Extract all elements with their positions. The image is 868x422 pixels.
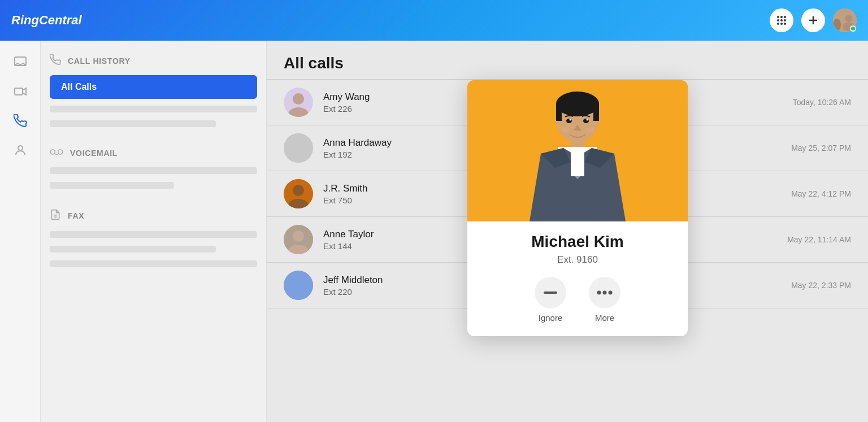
- profile-actions: Ignore More: [481, 277, 674, 323]
- voicemail-section: VOICEMAIL: [50, 145, 257, 160]
- fax-section: FAX: [50, 207, 257, 224]
- voicemail-label: VOICEMAIL: [70, 149, 118, 158]
- svg-rect-35: [556, 104, 562, 121]
- avatar-amy: [284, 88, 313, 117]
- svg-point-24: [284, 133, 313, 163]
- svg-point-34: [556, 92, 599, 116]
- call-history-section: CALL HISTORY: [50, 52, 257, 69]
- call-time-amy: Today, 10:26 AM: [793, 98, 851, 107]
- ignore-button[interactable]: Ignore: [535, 277, 566, 323]
- profile-ext: Ext. 9160: [481, 254, 674, 266]
- user-avatar-button[interactable]: [833, 8, 857, 32]
- ignore-icon: [535, 277, 566, 308]
- svg-point-15: [18, 146, 23, 150]
- more-icon: [589, 277, 620, 308]
- svg-point-16: [50, 150, 55, 154]
- header-actions: [770, 8, 857, 32]
- left-panel: CALL HISTORY All Calls VOICEMAIL: [41, 41, 267, 422]
- svg-point-6: [777, 23, 779, 25]
- svg-rect-36: [593, 104, 599, 121]
- avatar-anna: [284, 133, 313, 163]
- fax-label: FAX: [68, 211, 84, 220]
- call-time-anne: May 22, 11:14 AM: [787, 235, 851, 244]
- app-logo: RingCentral: [11, 13, 82, 28]
- profile-card: Michael Kim Ext. 9160 Ignore: [467, 80, 688, 336]
- svg-point-40: [566, 119, 572, 123]
- svg-point-45: [585, 127, 594, 133]
- sidebar-item-chat[interactable]: [8, 50, 33, 75]
- sidebar-item-contacts[interactable]: [8, 138, 33, 163]
- svg-point-43: [587, 119, 588, 121]
- more-button[interactable]: More: [589, 277, 620, 323]
- app-header: RingCentral: [0, 0, 868, 41]
- placeholder-bar-4: [50, 182, 174, 189]
- svg-point-49: [609, 291, 613, 295]
- svg-point-4: [780, 19, 783, 21]
- placeholder-bar-2: [50, 120, 216, 127]
- svg-point-42: [570, 119, 571, 121]
- svg-point-0: [777, 16, 779, 18]
- svg-point-26: [293, 185, 304, 196]
- fax-icon: [50, 209, 61, 222]
- svg-point-47: [597, 291, 601, 295]
- call-time-jeff: May 22, 2:33 PM: [791, 281, 851, 290]
- placeholder-bar-3: [50, 167, 257, 174]
- profile-name: Michael Kim: [481, 233, 674, 251]
- svg-point-3: [777, 19, 779, 21]
- svg-rect-39: [571, 148, 584, 176]
- voicemail-icon: [50, 147, 63, 158]
- svg-point-31: [284, 271, 313, 300]
- page-title: All calls: [267, 41, 868, 80]
- profile-info: Michael Kim Ext. 9160 Ignore: [467, 221, 688, 336]
- ignore-label: Ignore: [539, 313, 563, 323]
- svg-point-1: [780, 16, 783, 18]
- profile-photo: [467, 80, 688, 221]
- svg-rect-46: [544, 292, 557, 294]
- svg-point-41: [583, 119, 589, 123]
- call-time-anna: May 25, 2:07 PM: [791, 143, 851, 153]
- phone-icon: [50, 54, 61, 67]
- svg-point-22: [293, 93, 304, 105]
- avatar-anne: [284, 225, 313, 254]
- svg-point-48: [603, 291, 607, 295]
- placeholder-bar-1: [50, 106, 257, 112]
- sidebar-item-phone[interactable]: [8, 108, 33, 133]
- svg-point-2: [784, 16, 786, 18]
- svg-point-5: [784, 19, 786, 21]
- avatar-jr: [284, 179, 313, 208]
- svg-point-8: [784, 23, 786, 25]
- svg-point-29: [293, 230, 304, 242]
- svg-point-7: [780, 23, 783, 25]
- far-sidebar: [0, 41, 41, 422]
- svg-rect-14: [15, 88, 23, 95]
- grid-button[interactable]: [770, 8, 793, 32]
- call-history-label: CALL HISTORY: [68, 56, 131, 66]
- placeholder-bar-7: [50, 260, 257, 267]
- svg-point-44: [561, 127, 570, 133]
- placeholder-bar-6: [50, 246, 216, 253]
- svg-point-11: [845, 15, 853, 22]
- all-calls-button[interactable]: All Calls: [50, 75, 257, 99]
- svg-point-17: [58, 150, 63, 154]
- main-layout: CALL HISTORY All Calls VOICEMAIL: [0, 41, 868, 422]
- add-button[interactable]: [801, 8, 825, 32]
- avatar-jeff: [284, 271, 313, 300]
- placeholder-bar-5: [50, 231, 257, 238]
- sidebar-item-video[interactable]: [8, 79, 33, 104]
- main-content: All calls Amy Wang Ext 226 Today, 10:26 …: [267, 41, 868, 422]
- online-indicator: [850, 25, 856, 32]
- call-time-jr: May 22, 4:12 PM: [791, 189, 851, 198]
- more-label: More: [595, 313, 614, 323]
